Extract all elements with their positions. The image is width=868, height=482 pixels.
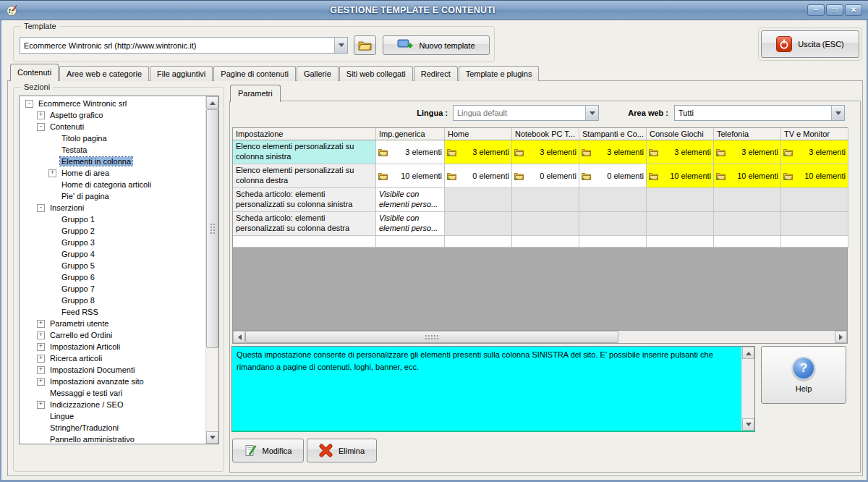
collapse-minus-icon[interactable]: - — [25, 100, 33, 108]
tree-item[interactable]: Gruppo 4 — [20, 248, 206, 260]
setting-description-box[interactable]: Questa impostazione consente di personal… — [231, 346, 755, 432]
column-header[interactable]: Telefonia — [714, 128, 781, 140]
expand-plus-icon[interactable]: + — [37, 331, 45, 339]
tab-file-aggiuntivi[interactable]: File aggiuntivi — [150, 66, 213, 81]
tree-item[interactable]: +Impostazioni Articoli — [20, 341, 206, 352]
description-scrollbar[interactable] — [741, 347, 754, 431]
row-label-cell[interactable]: Scheda articolo: elementi personalizzati… — [233, 212, 376, 236]
grid-cell[interactable] — [512, 212, 579, 236]
grid-cell[interactable]: 10 elementi — [647, 164, 714, 188]
expand-plus-icon[interactable]: + — [48, 169, 56, 177]
tab-pagine-di-contenuti[interactable]: Pagine di contenuti — [213, 66, 296, 81]
grid-cell[interactable]: 3 elementi — [647, 140, 714, 164]
tab-template-e-plugins[interactable]: Template e plugins — [459, 66, 540, 81]
modifica-button[interactable]: Modifica — [232, 439, 304, 462]
tree-item[interactable]: -Ecommerce Wintronic srl — [20, 98, 206, 109]
sections-tree[interactable]: -Ecommerce Wintronic srl+Aspetto grafico… — [19, 96, 219, 444]
elimina-button[interactable]: Elimina — [307, 439, 377, 462]
lingua-combobox[interactable]: Lingua default — [453, 105, 599, 121]
grid-cell[interactable]: 0 elementi — [512, 164, 579, 188]
grid-cell[interactable]: Visibile con elementi perso... — [376, 212, 445, 236]
scroll-right-icon[interactable] — [835, 331, 847, 343]
expand-plus-icon[interactable]: + — [37, 378, 45, 386]
column-header[interactable]: Imp.generica — [376, 128, 445, 140]
tree-item[interactable]: -Contenuti — [20, 121, 206, 132]
exit-button[interactable]: Uscita (ESC) — [761, 30, 859, 58]
scroll-left-icon[interactable] — [233, 331, 245, 343]
grid-cell[interactable]: 0 elementi — [445, 164, 512, 188]
tree-item[interactable]: Gruppo 8 — [20, 295, 206, 306]
tree-item[interactable]: +Ricerca articoli — [20, 352, 206, 364]
expand-plus-icon[interactable]: + — [37, 366, 45, 374]
template-combobox[interactable]: Ecommerce Wintronic srl (http://www.wint… — [20, 37, 348, 54]
tree-item[interactable]: Pie' di pagina — [20, 190, 206, 202]
row-label-cell[interactable]: Elenco elementi personalizzati su colonn… — [233, 140, 376, 164]
tree-item[interactable]: Stringhe/Traduzioni — [20, 422, 206, 434]
tree-item[interactable]: +Impostazioni Documenti — [20, 364, 206, 376]
grid-cell[interactable] — [445, 188, 512, 212]
column-header[interactable]: Stampanti e Co... — [579, 128, 647, 140]
new-template-button[interactable]: Nuovo template — [383, 35, 490, 55]
scroll-down-icon[interactable] — [742, 418, 754, 431]
grid-cell[interactable]: Visibile con elementi perso... — [376, 188, 445, 212]
tab-redirect[interactable]: Redirect — [414, 66, 458, 81]
collapse-minus-icon[interactable]: - — [37, 123, 45, 131]
tree-scrollbar[interactable] — [205, 96, 218, 444]
tree-item[interactable]: Messaggi e testi vari — [20, 387, 206, 399]
column-header[interactable]: Notebook PC T... — [512, 128, 579, 140]
grid-cell[interactable]: 3 elementi — [445, 140, 512, 164]
scroll-down-icon[interactable] — [206, 431, 218, 444]
tree-item[interactable]: Gruppo 2 — [20, 225, 206, 237]
grid-cell[interactable]: 3 elementi — [714, 140, 781, 164]
grid-cell[interactable] — [714, 212, 781, 236]
tree-item[interactable]: Gruppo 6 — [20, 271, 206, 283]
open-template-folder-button[interactable] — [354, 35, 376, 55]
expand-plus-icon[interactable]: + — [37, 320, 45, 328]
grid-cell[interactable] — [579, 212, 647, 236]
grid-cell[interactable] — [714, 188, 781, 212]
area-web-combobox-dropdown-icon[interactable] — [831, 106, 844, 120]
grid-cell[interactable]: 10 elementi — [714, 164, 781, 188]
tree-item[interactable]: Gruppo 5 — [20, 260, 206, 271]
scroll-up-icon[interactable] — [742, 347, 754, 359]
tree-item[interactable]: Home di categoria articoli — [20, 179, 206, 190]
collapse-minus-icon[interactable]: - — [37, 204, 45, 212]
close-button[interactable]: ✕ — [845, 4, 862, 16]
expand-plus-icon[interactable]: + — [37, 343, 45, 351]
grid-cell[interactable]: 10 elementi — [781, 164, 848, 188]
grid-cell[interactable]: 10 elementi — [376, 164, 445, 188]
tree-item[interactable]: Elementi in colonna — [20, 156, 206, 167]
column-header[interactable]: Home — [445, 128, 512, 140]
expand-plus-icon[interactable]: + — [37, 355, 45, 363]
scroll-up-icon[interactable] — [206, 96, 218, 109]
grid-cell[interactable] — [647, 212, 714, 236]
column-header[interactable]: TV e Monitor — [781, 128, 848, 140]
grid-scrollbar-thumb[interactable] — [245, 331, 618, 343]
grid-cell[interactable]: 3 elementi — [512, 140, 579, 164]
tree-item[interactable]: +Parametri utente — [20, 318, 206, 329]
titlebar[interactable]: GESTIONE TEMPLATE E CONTENUTI – □ ✕ — [0, 0, 868, 20]
tab-gallerie[interactable]: Gallerie — [297, 66, 339, 81]
tree-item[interactable]: -Inserzioni — [20, 202, 206, 213]
tree-item[interactable]: +Carrello ed Ordini — [20, 329, 206, 341]
tab-parametri[interactable]: Parametri — [230, 85, 281, 102]
tab-siti-web-collegati[interactable]: Siti web collegati — [339, 66, 413, 81]
tree-item[interactable]: Lingue — [20, 410, 206, 422]
grid-cell[interactable] — [512, 188, 579, 212]
grid-cell[interactable] — [647, 188, 714, 212]
tree-item[interactable]: Gruppo 1 — [20, 213, 206, 225]
tab-aree-web-e-categorie[interactable]: Aree web e categorie — [59, 66, 149, 81]
expand-plus-icon[interactable]: + — [37, 401, 45, 409]
grid-cell[interactable]: 3 elementi — [579, 140, 647, 164]
tree-item[interactable]: +Home di area — [20, 167, 206, 179]
maximize-button[interactable]: □ — [826, 4, 843, 16]
tree-item[interactable]: Titolo pagina — [20, 132, 206, 144]
tab-contenuti[interactable]: Contenuti — [10, 64, 59, 81]
grid-horizontal-scrollbar[interactable] — [233, 331, 847, 343]
tree-item[interactable]: Pannello amministrativo — [20, 434, 206, 444]
tree-item[interactable]: +Indicizzazione / SEO — [20, 399, 206, 410]
grid-cell[interactable] — [445, 212, 512, 236]
tree-item[interactable]: Testata — [20, 144, 206, 156]
grid-cell[interactable] — [781, 188, 848, 212]
tree-item[interactable]: +Impostazioni avanzate sito — [20, 376, 206, 387]
